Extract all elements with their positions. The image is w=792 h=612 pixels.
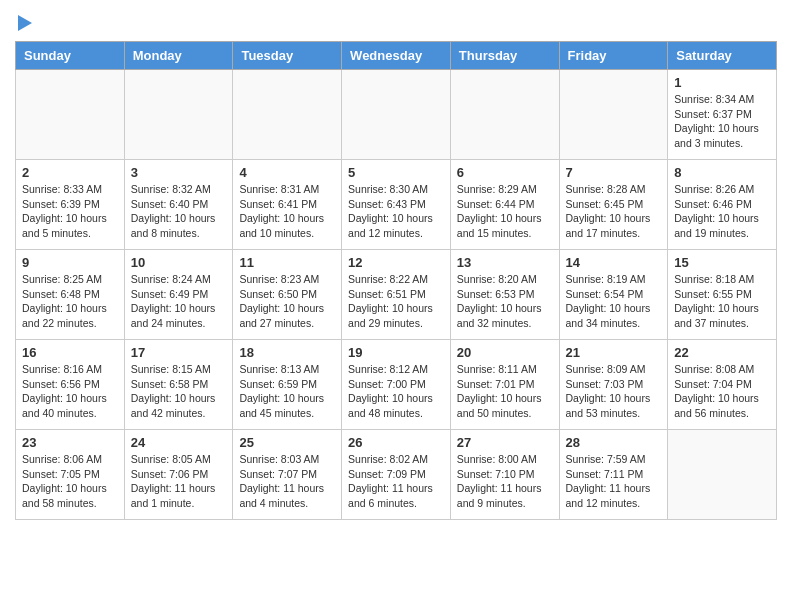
day-number: 27 <box>457 435 553 450</box>
calendar-week-5: 23Sunrise: 8:06 AM Sunset: 7:05 PM Dayli… <box>16 430 777 520</box>
day-number: 16 <box>22 345 118 360</box>
calendar-cell <box>342 70 451 160</box>
calendar-cell <box>233 70 342 160</box>
day-number: 10 <box>131 255 227 270</box>
page: SundayMondayTuesdayWednesdayThursdayFrid… <box>0 0 792 535</box>
day-info: Sunrise: 8:20 AM Sunset: 6:53 PM Dayligh… <box>457 272 553 331</box>
day-info: Sunrise: 8:06 AM Sunset: 7:05 PM Dayligh… <box>22 452 118 511</box>
day-info: Sunrise: 8:00 AM Sunset: 7:10 PM Dayligh… <box>457 452 553 511</box>
weekday-header-tuesday: Tuesday <box>233 42 342 70</box>
weekday-header-sunday: Sunday <box>16 42 125 70</box>
day-number: 22 <box>674 345 770 360</box>
calendar-cell: 3Sunrise: 8:32 AM Sunset: 6:40 PM Daylig… <box>124 160 233 250</box>
day-info: Sunrise: 8:08 AM Sunset: 7:04 PM Dayligh… <box>674 362 770 421</box>
calendar-cell: 25Sunrise: 8:03 AM Sunset: 7:07 PM Dayli… <box>233 430 342 520</box>
day-number: 4 <box>239 165 335 180</box>
weekday-header-wednesday: Wednesday <box>342 42 451 70</box>
calendar-cell: 24Sunrise: 8:05 AM Sunset: 7:06 PM Dayli… <box>124 430 233 520</box>
calendar-header-row: SundayMondayTuesdayWednesdayThursdayFrid… <box>16 42 777 70</box>
calendar-cell <box>450 70 559 160</box>
calendar-cell <box>559 70 668 160</box>
day-number: 14 <box>566 255 662 270</box>
day-info: Sunrise: 8:26 AM Sunset: 6:46 PM Dayligh… <box>674 182 770 241</box>
calendar-cell: 18Sunrise: 8:13 AM Sunset: 6:59 PM Dayli… <box>233 340 342 430</box>
header <box>15 15 777 31</box>
day-info: Sunrise: 8:30 AM Sunset: 6:43 PM Dayligh… <box>348 182 444 241</box>
weekday-header-saturday: Saturday <box>668 42 777 70</box>
calendar-week-1: 1Sunrise: 8:34 AM Sunset: 6:37 PM Daylig… <box>16 70 777 160</box>
calendar-cell: 13Sunrise: 8:20 AM Sunset: 6:53 PM Dayli… <box>450 250 559 340</box>
day-number: 15 <box>674 255 770 270</box>
day-number: 25 <box>239 435 335 450</box>
day-number: 1 <box>674 75 770 90</box>
day-number: 6 <box>457 165 553 180</box>
calendar-cell: 17Sunrise: 8:15 AM Sunset: 6:58 PM Dayli… <box>124 340 233 430</box>
calendar-cell: 8Sunrise: 8:26 AM Sunset: 6:46 PM Daylig… <box>668 160 777 250</box>
day-number: 28 <box>566 435 662 450</box>
calendar-cell: 6Sunrise: 8:29 AM Sunset: 6:44 PM Daylig… <box>450 160 559 250</box>
day-number: 8 <box>674 165 770 180</box>
day-info: Sunrise: 8:11 AM Sunset: 7:01 PM Dayligh… <box>457 362 553 421</box>
calendar-cell: 19Sunrise: 8:12 AM Sunset: 7:00 PM Dayli… <box>342 340 451 430</box>
calendar-cell <box>668 430 777 520</box>
calendar-cell: 15Sunrise: 8:18 AM Sunset: 6:55 PM Dayli… <box>668 250 777 340</box>
day-info: Sunrise: 8:13 AM Sunset: 6:59 PM Dayligh… <box>239 362 335 421</box>
day-number: 19 <box>348 345 444 360</box>
day-info: Sunrise: 8:31 AM Sunset: 6:41 PM Dayligh… <box>239 182 335 241</box>
day-info: Sunrise: 8:16 AM Sunset: 6:56 PM Dayligh… <box>22 362 118 421</box>
day-info: Sunrise: 8:09 AM Sunset: 7:03 PM Dayligh… <box>566 362 662 421</box>
calendar-cell: 12Sunrise: 8:22 AM Sunset: 6:51 PM Dayli… <box>342 250 451 340</box>
calendar-cell: 26Sunrise: 8:02 AM Sunset: 7:09 PM Dayli… <box>342 430 451 520</box>
logo-arrow-icon <box>18 15 32 31</box>
day-number: 5 <box>348 165 444 180</box>
day-number: 17 <box>131 345 227 360</box>
calendar-table: SundayMondayTuesdayWednesdayThursdayFrid… <box>15 41 777 520</box>
day-info: Sunrise: 8:02 AM Sunset: 7:09 PM Dayligh… <box>348 452 444 511</box>
calendar-cell: 20Sunrise: 8:11 AM Sunset: 7:01 PM Dayli… <box>450 340 559 430</box>
day-number: 20 <box>457 345 553 360</box>
day-info: Sunrise: 7:59 AM Sunset: 7:11 PM Dayligh… <box>566 452 662 511</box>
day-number: 7 <box>566 165 662 180</box>
calendar-cell: 7Sunrise: 8:28 AM Sunset: 6:45 PM Daylig… <box>559 160 668 250</box>
day-number: 12 <box>348 255 444 270</box>
day-number: 23 <box>22 435 118 450</box>
day-number: 26 <box>348 435 444 450</box>
day-number: 21 <box>566 345 662 360</box>
day-info: Sunrise: 8:33 AM Sunset: 6:39 PM Dayligh… <box>22 182 118 241</box>
day-info: Sunrise: 8:05 AM Sunset: 7:06 PM Dayligh… <box>131 452 227 511</box>
day-number: 9 <box>22 255 118 270</box>
day-info: Sunrise: 8:32 AM Sunset: 6:40 PM Dayligh… <box>131 182 227 241</box>
calendar-cell: 23Sunrise: 8:06 AM Sunset: 7:05 PM Dayli… <box>16 430 125 520</box>
calendar-cell: 22Sunrise: 8:08 AM Sunset: 7:04 PM Dayli… <box>668 340 777 430</box>
weekday-header-friday: Friday <box>559 42 668 70</box>
calendar-cell: 1Sunrise: 8:34 AM Sunset: 6:37 PM Daylig… <box>668 70 777 160</box>
calendar-cell: 11Sunrise: 8:23 AM Sunset: 6:50 PM Dayli… <box>233 250 342 340</box>
day-info: Sunrise: 8:28 AM Sunset: 6:45 PM Dayligh… <box>566 182 662 241</box>
weekday-header-thursday: Thursday <box>450 42 559 70</box>
calendar-cell: 4Sunrise: 8:31 AM Sunset: 6:41 PM Daylig… <box>233 160 342 250</box>
calendar-cell: 10Sunrise: 8:24 AM Sunset: 6:49 PM Dayli… <box>124 250 233 340</box>
day-info: Sunrise: 8:19 AM Sunset: 6:54 PM Dayligh… <box>566 272 662 331</box>
day-info: Sunrise: 8:12 AM Sunset: 7:00 PM Dayligh… <box>348 362 444 421</box>
day-number: 24 <box>131 435 227 450</box>
weekday-header-monday: Monday <box>124 42 233 70</box>
calendar-cell <box>16 70 125 160</box>
day-info: Sunrise: 8:03 AM Sunset: 7:07 PM Dayligh… <box>239 452 335 511</box>
calendar-cell: 14Sunrise: 8:19 AM Sunset: 6:54 PM Dayli… <box>559 250 668 340</box>
logo <box>15 15 32 31</box>
calendar-cell: 16Sunrise: 8:16 AM Sunset: 6:56 PM Dayli… <box>16 340 125 430</box>
day-info: Sunrise: 8:29 AM Sunset: 6:44 PM Dayligh… <box>457 182 553 241</box>
calendar-cell: 27Sunrise: 8:00 AM Sunset: 7:10 PM Dayli… <box>450 430 559 520</box>
calendar-week-2: 2Sunrise: 8:33 AM Sunset: 6:39 PM Daylig… <box>16 160 777 250</box>
calendar-cell: 9Sunrise: 8:25 AM Sunset: 6:48 PM Daylig… <box>16 250 125 340</box>
calendar-cell: 5Sunrise: 8:30 AM Sunset: 6:43 PM Daylig… <box>342 160 451 250</box>
calendar-cell: 21Sunrise: 8:09 AM Sunset: 7:03 PM Dayli… <box>559 340 668 430</box>
day-number: 3 <box>131 165 227 180</box>
day-info: Sunrise: 8:22 AM Sunset: 6:51 PM Dayligh… <box>348 272 444 331</box>
day-number: 11 <box>239 255 335 270</box>
day-info: Sunrise: 8:18 AM Sunset: 6:55 PM Dayligh… <box>674 272 770 331</box>
day-number: 2 <box>22 165 118 180</box>
calendar-cell: 28Sunrise: 7:59 AM Sunset: 7:11 PM Dayli… <box>559 430 668 520</box>
day-info: Sunrise: 8:34 AM Sunset: 6:37 PM Dayligh… <box>674 92 770 151</box>
day-info: Sunrise: 8:15 AM Sunset: 6:58 PM Dayligh… <box>131 362 227 421</box>
